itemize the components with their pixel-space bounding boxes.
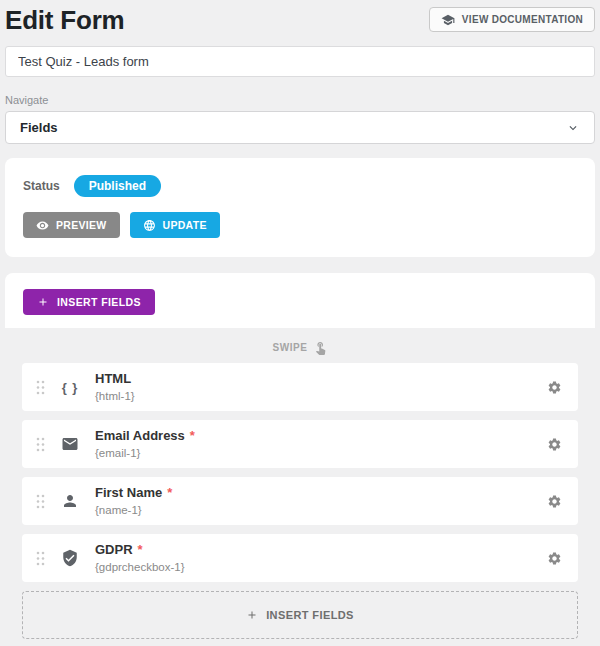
field-label: First Name (95, 485, 162, 500)
field-rows-list: { } HTML* {html-1} Email Address* (22, 363, 578, 582)
page-title: Edit Form (5, 4, 125, 36)
field-type-icon (58, 549, 82, 567)
page-header: Edit Form VIEW DOCUMENTATION (5, 0, 595, 36)
graduation-cap-icon (441, 13, 455, 27)
plus-icon (246, 609, 258, 621)
plus-icon (37, 296, 49, 308)
field-label: GDPR (95, 542, 133, 557)
field-type-icon (58, 435, 82, 453)
field-text: HTML* {html-1} (95, 371, 135, 404)
form-builder-card: INSERT FIELDS SWIPE { } HTML* {html-1} (5, 273, 595, 646)
insert-fields-bottom-button[interactable]: INSERT FIELDS (22, 591, 578, 639)
preview-label: PREVIEW (56, 219, 107, 231)
required-asterisk: * (167, 485, 172, 500)
person-icon (61, 492, 79, 510)
status-badge: Published (74, 175, 161, 197)
navigate-select[interactable]: Fields (5, 111, 595, 144)
envelope-icon (61, 435, 79, 453)
status-card: Status Published PREVIEW UPDATE (5, 158, 595, 257)
chevron-down-icon (566, 121, 580, 135)
field-settings-gear-icon[interactable] (547, 494, 562, 509)
globe-icon (143, 219, 156, 232)
shield-check-icon (61, 549, 79, 567)
insert-fields-button[interactable]: INSERT FIELDS (23, 289, 155, 315)
field-type-icon: { } (58, 380, 82, 395)
status-row: Status Published (23, 175, 577, 197)
navigate-label: Navigate (5, 94, 595, 106)
field-row[interactable]: GDPR* {gdprcheckbox-1} (22, 534, 578, 582)
field-label: Email Address (95, 428, 185, 443)
field-settings-gear-icon[interactable] (547, 380, 562, 395)
navigate-selected-value: Fields (20, 120, 58, 135)
eye-icon (36, 219, 49, 232)
field-settings-gear-icon[interactable] (547, 551, 562, 566)
field-code: {html-1} (95, 389, 135, 403)
field-settings-gear-icon[interactable] (547, 437, 562, 452)
swipe-hint: SWIPE (22, 337, 578, 357)
view-documentation-label: VIEW DOCUMENTATION (462, 14, 583, 25)
field-type-icon (58, 492, 82, 510)
field-text: First Name* {name-1} (95, 485, 172, 518)
update-label: UPDATE (163, 219, 207, 231)
drag-handle-icon[interactable] (36, 380, 45, 395)
field-text: Email Address* {email-1} (95, 428, 195, 461)
required-asterisk: * (190, 428, 195, 443)
swipe-label: SWIPE (272, 342, 307, 353)
field-row[interactable]: First Name* {name-1} (22, 477, 578, 525)
status-actions: PREVIEW UPDATE (23, 212, 577, 238)
status-label: Status (23, 179, 60, 193)
drag-handle-icon[interactable] (36, 437, 45, 452)
insert-fields-label: INSERT FIELDS (57, 296, 141, 308)
insert-fields-bottom-label: INSERT FIELDS (266, 609, 354, 621)
field-code: {gdprcheckbox-1} (95, 560, 185, 574)
required-asterisk: * (138, 542, 143, 557)
drag-handle-icon[interactable] (36, 494, 45, 509)
view-documentation-button[interactable]: VIEW DOCUMENTATION (429, 7, 595, 32)
field-row[interactable]: { } HTML* {html-1} (22, 363, 578, 411)
curly-braces-icon: { } (62, 380, 79, 395)
drag-handle-icon[interactable] (36, 551, 45, 566)
edit-form-page: Edit Form VIEW DOCUMENTATION Navigate Fi… (0, 0, 600, 646)
field-row[interactable]: Email Address* {email-1} (22, 420, 578, 468)
field-text: GDPR* {gdprcheckbox-1} (95, 542, 185, 575)
preview-button[interactable]: PREVIEW (23, 212, 120, 238)
touch-hand-icon (313, 340, 328, 355)
update-button[interactable]: UPDATE (130, 212, 220, 238)
form-title-input[interactable] (5, 46, 595, 77)
field-label: HTML (95, 371, 131, 386)
field-code: {name-1} (95, 503, 172, 517)
insert-fields-top-section: INSERT FIELDS (5, 273, 595, 328)
field-code: {email-1} (95, 446, 195, 460)
fields-sortable-area: SWIPE { } HTML* {html-1} (5, 328, 595, 646)
